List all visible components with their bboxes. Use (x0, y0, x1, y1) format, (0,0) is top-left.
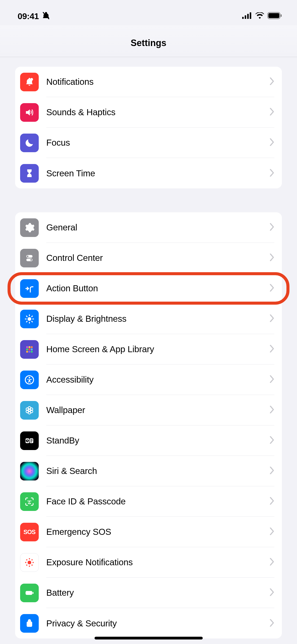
row-label: Action Button (46, 283, 270, 293)
status-bar: 09:41 (0, 0, 297, 25)
svg-point-43 (31, 559, 33, 560)
row-label: Wallpaper (46, 405, 270, 415)
battery-icon (20, 584, 39, 602)
row-notifications[interactable]: Notifications (15, 67, 282, 97)
row-label: Exposure Notifications (46, 557, 270, 567)
row-siri[interactable]: Siri & Search (15, 456, 282, 486)
chevron-right-icon (270, 108, 274, 116)
svg-rect-15 (31, 346, 33, 348)
svg-rect-5 (268, 13, 279, 18)
sos-badge-text: SOS (23, 529, 35, 536)
chevron-right-icon (270, 314, 274, 323)
row-exposure[interactable]: Exposure Notifications (15, 547, 282, 578)
svg-point-23 (29, 377, 30, 378)
control-center-icon (20, 249, 39, 267)
sounds-icon (20, 103, 39, 122)
row-label: Screen Time (46, 168, 270, 178)
svg-rect-36 (30, 441, 32, 442)
chevron-right-icon (270, 345, 274, 353)
home-screen-icon (20, 340, 39, 359)
chevron-right-icon (270, 254, 274, 262)
exposure-icon (20, 553, 39, 572)
chevron-right-icon (270, 497, 274, 506)
settings-content: Notifications Sounds & Haptics Focus (0, 67, 297, 638)
chevron-right-icon (270, 138, 274, 147)
svg-point-39 (29, 566, 30, 567)
chevron-right-icon (270, 588, 274, 597)
svg-rect-35 (30, 440, 33, 441)
battery-icon (267, 12, 282, 20)
row-label: Focus (46, 138, 270, 148)
settings-group-2: General Control Center Action Button (15, 212, 282, 638)
faceid-icon (20, 492, 39, 511)
chevron-right-icon (270, 284, 274, 293)
svg-rect-18 (31, 348, 33, 350)
svg-rect-2 (247, 14, 249, 19)
row-label: Privacy & Security (46, 618, 270, 628)
svg-rect-21 (31, 351, 33, 352)
row-standby[interactable]: StandBy (15, 425, 282, 456)
svg-point-7 (30, 78, 33, 80)
notifications-icon (20, 73, 39, 91)
row-battery[interactable]: Battery (15, 578, 282, 608)
svg-rect-16 (26, 348, 28, 350)
home-indicator[interactable] (95, 637, 203, 639)
svg-rect-0 (242, 17, 244, 19)
row-accessibility[interactable]: Accessibility (15, 365, 282, 395)
chevron-right-icon (270, 77, 274, 86)
svg-point-11 (30, 259, 32, 260)
chevron-right-icon (270, 223, 274, 232)
row-focus[interactable]: Focus (15, 128, 282, 158)
row-control-center[interactable]: Control Center (15, 243, 282, 273)
focus-icon (20, 134, 39, 152)
row-label: Control Center (46, 253, 270, 263)
row-display[interactable]: Display & Brightness (15, 304, 282, 334)
svg-rect-6 (281, 14, 282, 17)
chevron-right-icon (270, 528, 274, 536)
chevron-right-icon (270, 436, 274, 445)
row-privacy[interactable]: Privacy & Security (15, 608, 282, 638)
silent-icon (42, 11, 50, 21)
row-label: Accessibility (46, 375, 270, 385)
row-label: Face ID & Passcode (46, 496, 270, 506)
row-home-screen[interactable]: Home Screen & App Library (15, 334, 282, 365)
chevron-right-icon (270, 558, 274, 567)
display-icon (20, 310, 39, 328)
wifi-icon (255, 12, 264, 20)
svg-rect-17 (28, 348, 30, 350)
svg-rect-47 (32, 592, 33, 594)
general-icon (20, 218, 39, 237)
chevron-right-icon (270, 467, 274, 475)
chevron-right-icon (270, 619, 274, 628)
chevron-right-icon (270, 375, 274, 384)
screen-time-icon (20, 164, 39, 183)
sos-icon: SOS (20, 523, 39, 541)
row-label: Emergency SOS (46, 527, 270, 537)
svg-rect-19 (26, 351, 28, 352)
chevron-right-icon (270, 169, 274, 178)
svg-point-45 (31, 565, 33, 566)
wallpaper-icon (20, 401, 39, 420)
row-sounds[interactable]: Sounds & Haptics (15, 97, 282, 128)
row-screen-time[interactable]: Screen Time (15, 158, 282, 188)
svg-point-41 (32, 562, 34, 563)
svg-rect-13 (26, 346, 28, 348)
svg-rect-20 (28, 351, 30, 352)
svg-rect-34 (30, 439, 33, 440)
svg-point-38 (29, 558, 30, 559)
status-time: 09:41 (18, 11, 39, 21)
svg-rect-3 (250, 12, 251, 19)
row-sos[interactable]: SOS Emergency SOS (15, 517, 282, 547)
row-faceid[interactable]: Face ID & Passcode (15, 486, 282, 517)
row-general[interactable]: General (15, 212, 282, 243)
row-wallpaper[interactable]: Wallpaper (15, 395, 282, 425)
svg-point-37 (28, 560, 31, 564)
page-title: Settings (0, 25, 297, 57)
row-label: Sounds & Haptics (46, 107, 270, 117)
svg-rect-46 (26, 591, 32, 595)
row-action-button[interactable]: Action Button (15, 273, 282, 304)
settings-group-1: Notifications Sounds & Haptics Focus (15, 67, 282, 188)
svg-point-40 (25, 562, 26, 563)
standby-icon (20, 431, 39, 450)
row-label: Siri & Search (46, 466, 270, 476)
